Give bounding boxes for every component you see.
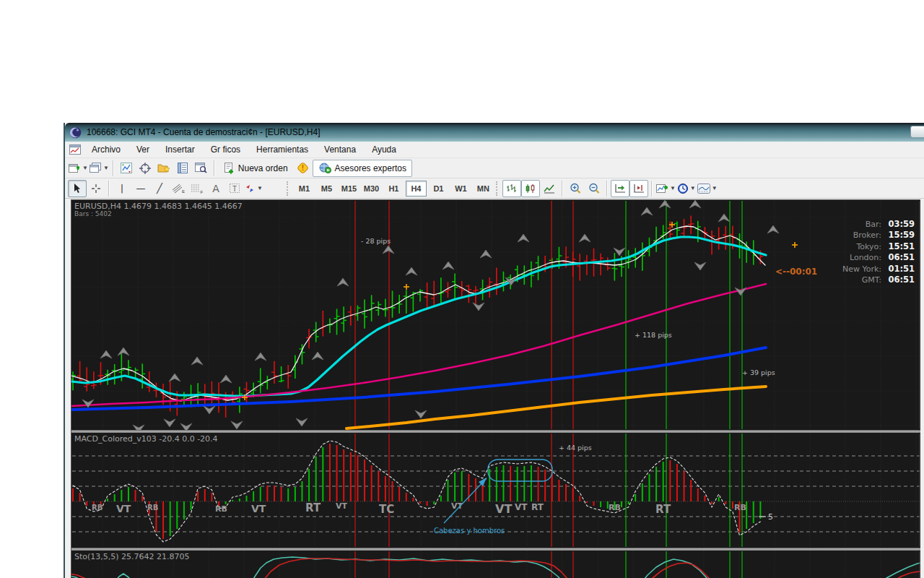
separator	[606, 181, 608, 197]
menu-ayuda[interactable]: Ayuda	[364, 142, 404, 157]
timeframe-h4[interactable]: H4	[406, 181, 427, 197]
svg-text:5: 5	[768, 512, 773, 522]
crosshair-target-icon	[139, 163, 151, 174]
favorites-button[interactable]	[154, 160, 173, 177]
dropdown-caret[interactable]: ▼	[257, 185, 263, 191]
equidistant-channel-icon: E	[172, 184, 185, 194]
label-tool[interactable]: T	[225, 180, 244, 197]
fibonacci-tool[interactable]: F	[188, 180, 206, 197]
separator	[113, 160, 114, 176]
tick-chart-button[interactable]	[117, 160, 136, 177]
text-icon: A	[212, 183, 219, 194]
clock-label: GMT:	[862, 275, 881, 285]
minimize-button[interactable]	[910, 126, 924, 138]
menu-ver[interactable]: Ver	[128, 142, 157, 157]
clock-label: Bar:	[866, 219, 881, 230]
chart-shift-icon	[633, 184, 645, 194]
stochastic-panel[interactable]: Sto(13,5,5) 25.7642 21.8705	[71, 551, 920, 578]
clock-label: New York:	[842, 264, 881, 275]
cursor-tool[interactable]	[68, 180, 87, 197]
profiles-button[interactable]: ▼	[89, 160, 110, 177]
macd-panel[interactable]: RBVTRBRBVTRTVTTCVTVTVTRTRBRTRB5+ 44 pips…	[71, 433, 920, 548]
price-chart-panel[interactable]: - 28 pips+ 118 pips+ 39 pips EURUSD,H4 1…	[71, 200, 920, 430]
warning-button[interactable]: !	[294, 160, 313, 177]
new-chart-button[interactable]: ▼	[68, 160, 89, 177]
clock-row: Tokyo:15:51	[842, 241, 915, 252]
candlestick-chart-button[interactable]	[521, 180, 540, 197]
asesores-expertos-button[interactable]: Asesores expertos	[313, 160, 412, 177]
timeframe-h1[interactable]: H1	[383, 181, 404, 197]
separator	[108, 181, 110, 197]
timeframe-w1[interactable]: W1	[450, 181, 471, 197]
new-chart-icon	[69, 163, 81, 173]
data-window-button[interactable]	[192, 160, 211, 177]
dropdown-caret[interactable]: ▼	[712, 185, 718, 191]
dropdown-caret[interactable]: ▼	[82, 165, 88, 171]
vertical-line-tool[interactable]: |	[113, 180, 131, 197]
svg-text:+ 118 pips: + 118 pips	[635, 331, 672, 339]
menu-archivo[interactable]: Archivo	[84, 142, 128, 157]
auto-scroll-button[interactable]	[611, 180, 629, 197]
svg-text:- 28 pips: - 28 pips	[361, 237, 391, 245]
chart-window-icon	[69, 144, 81, 155]
channel-tool[interactable]: E	[169, 180, 188, 197]
auto-scroll-icon	[614, 184, 626, 194]
zoom-out-icon	[588, 183, 600, 194]
menu-herramientas[interactable]: Herramientas	[248, 142, 316, 157]
svg-text:RB: RB	[609, 503, 621, 512]
text-tool[interactable]: A	[206, 180, 225, 197]
zoom-in-button[interactable]	[566, 180, 585, 197]
svg-text:+ 39 pips: + 39 pips	[742, 368, 775, 376]
separator	[214, 160, 215, 176]
profiles-icon	[90, 163, 102, 173]
timeframe-m5[interactable]: M5	[316, 181, 337, 197]
nueva-orden-button[interactable]: Nueva orden	[218, 160, 294, 177]
tick-chart-icon	[121, 163, 132, 173]
templates-button[interactable]: ▼	[697, 180, 718, 197]
toolbar-gripper[interactable]	[496, 181, 499, 196]
crosshair-target-button[interactable]	[136, 160, 154, 177]
stochastic-title-label: Sto(13,5,5) 25.7642 21.8705	[74, 552, 190, 561]
bar-chart-button[interactable]	[502, 180, 521, 197]
menu-insertar[interactable]: Insertar	[157, 142, 203, 157]
asesores-expertos-label: Asesores expertos	[335, 163, 406, 173]
indicators-button[interactable]: ▼	[655, 180, 676, 197]
text-label-icon: T	[229, 183, 240, 194]
market-watch-button[interactable]	[173, 160, 192, 177]
horizontal-line-icon: —	[136, 183, 146, 194]
line-chart-button[interactable]	[540, 180, 559, 197]
candlestick-icon	[525, 184, 536, 194]
zoom-out-button[interactable]	[585, 180, 603, 197]
market-watch-icon	[177, 163, 188, 173]
dropdown-caret[interactable]: ▼	[690, 185, 696, 191]
menu-graficos[interactable]: Gr ficos	[203, 142, 248, 157]
clock-row: New York:01:51	[842, 264, 915, 275]
dropdown-caret[interactable]: ▼	[670, 185, 676, 191]
svg-text:+ 44 pips: + 44 pips	[559, 444, 592, 452]
separator	[651, 181, 653, 197]
menu-ventana[interactable]: Ventana	[316, 142, 364, 157]
timeframe-m30[interactable]: M30	[361, 181, 382, 197]
templates-icon	[697, 184, 710, 194]
timeframe-m15[interactable]: M15	[339, 181, 359, 197]
chart-shift-button[interactable]	[629, 180, 648, 197]
arrows-tool[interactable]: ▼	[244, 180, 263, 197]
mt4-window: 106668: GCI MT4 - Cuenta de demostraci¢n…	[64, 123, 924, 578]
timeframe-mn[interactable]: MN	[473, 181, 494, 197]
separator	[562, 181, 563, 197]
crosshair-tool[interactable]	[87, 180, 105, 197]
horizontal-line-tool[interactable]: —	[131, 180, 150, 197]
svg-text:VT: VT	[336, 501, 348, 511]
clock-value: 01:51	[886, 264, 915, 275]
periods-button[interactable]: ▼	[676, 180, 697, 197]
title-bar[interactable]: 106668: GCI MT4 - Cuenta de demostraci¢n…	[65, 123, 924, 142]
timeframe-d1[interactable]: D1	[428, 181, 449, 197]
toolbar-gripper[interactable]	[287, 181, 289, 196]
line-chart-icon	[544, 184, 555, 194]
clock-value: 03:59	[886, 219, 915, 230]
svg-text:RT: RT	[655, 503, 671, 516]
dropdown-caret[interactable]: ▼	[103, 165, 109, 171]
trendline-tool[interactable]: ╱	[150, 180, 169, 197]
svg-text:VT: VT	[495, 502, 512, 516]
timeframe-m1[interactable]: M1	[294, 181, 315, 197]
